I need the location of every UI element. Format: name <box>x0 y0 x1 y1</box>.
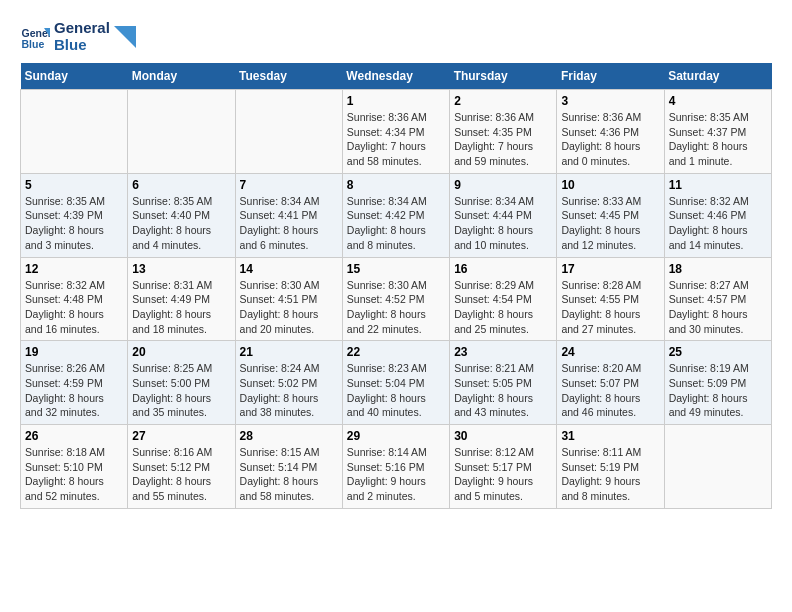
day-info: Sunrise: 8:21 AM Sunset: 5:05 PM Dayligh… <box>454 361 552 420</box>
weekday-header-sunday: Sunday <box>21 63 128 90</box>
day-number: 28 <box>240 429 338 443</box>
calendar-cell: 13Sunrise: 8:31 AM Sunset: 4:49 PM Dayli… <box>128 257 235 341</box>
day-info: Sunrise: 8:34 AM Sunset: 4:44 PM Dayligh… <box>454 194 552 253</box>
calendar-cell: 18Sunrise: 8:27 AM Sunset: 4:57 PM Dayli… <box>664 257 771 341</box>
day-number: 4 <box>669 94 767 108</box>
day-info: Sunrise: 8:15 AM Sunset: 5:14 PM Dayligh… <box>240 445 338 504</box>
day-number: 12 <box>25 262 123 276</box>
day-info: Sunrise: 8:27 AM Sunset: 4:57 PM Dayligh… <box>669 278 767 337</box>
calendar-cell: 16Sunrise: 8:29 AM Sunset: 4:54 PM Dayli… <box>450 257 557 341</box>
day-number: 16 <box>454 262 552 276</box>
day-number: 22 <box>347 345 445 359</box>
day-info: Sunrise: 8:36 AM Sunset: 4:34 PM Dayligh… <box>347 110 445 169</box>
day-info: Sunrise: 8:16 AM Sunset: 5:12 PM Dayligh… <box>132 445 230 504</box>
calendar-cell: 8Sunrise: 8:34 AM Sunset: 4:42 PM Daylig… <box>342 173 449 257</box>
calendar-cell: 29Sunrise: 8:14 AM Sunset: 5:16 PM Dayli… <box>342 425 449 509</box>
calendar-cell: 25Sunrise: 8:19 AM Sunset: 5:09 PM Dayli… <box>664 341 771 425</box>
day-info: Sunrise: 8:19 AM Sunset: 5:09 PM Dayligh… <box>669 361 767 420</box>
calendar-cell: 23Sunrise: 8:21 AM Sunset: 5:05 PM Dayli… <box>450 341 557 425</box>
day-info: Sunrise: 8:30 AM Sunset: 4:51 PM Dayligh… <box>240 278 338 337</box>
day-number: 27 <box>132 429 230 443</box>
day-number: 17 <box>561 262 659 276</box>
weekday-header-wednesday: Wednesday <box>342 63 449 90</box>
day-number: 3 <box>561 94 659 108</box>
calendar-cell: 5Sunrise: 8:35 AM Sunset: 4:39 PM Daylig… <box>21 173 128 257</box>
day-info: Sunrise: 8:36 AM Sunset: 4:35 PM Dayligh… <box>454 110 552 169</box>
calendar-cell: 14Sunrise: 8:30 AM Sunset: 4:51 PM Dayli… <box>235 257 342 341</box>
calendar-cell: 6Sunrise: 8:35 AM Sunset: 4:40 PM Daylig… <box>128 173 235 257</box>
calendar-cell: 12Sunrise: 8:32 AM Sunset: 4:48 PM Dayli… <box>21 257 128 341</box>
day-info: Sunrise: 8:32 AM Sunset: 4:48 PM Dayligh… <box>25 278 123 337</box>
day-number: 10 <box>561 178 659 192</box>
svg-text:Blue: Blue <box>22 37 45 49</box>
day-info: Sunrise: 8:23 AM Sunset: 5:04 PM Dayligh… <box>347 361 445 420</box>
calendar-cell: 28Sunrise: 8:15 AM Sunset: 5:14 PM Dayli… <box>235 425 342 509</box>
day-number: 30 <box>454 429 552 443</box>
day-info: Sunrise: 8:28 AM Sunset: 4:55 PM Dayligh… <box>561 278 659 337</box>
day-info: Sunrise: 8:33 AM Sunset: 4:45 PM Dayligh… <box>561 194 659 253</box>
calendar-cell: 30Sunrise: 8:12 AM Sunset: 5:17 PM Dayli… <box>450 425 557 509</box>
calendar-cell: 11Sunrise: 8:32 AM Sunset: 4:46 PM Dayli… <box>664 173 771 257</box>
week-row-2: 5Sunrise: 8:35 AM Sunset: 4:39 PM Daylig… <box>21 173 772 257</box>
week-row-5: 26Sunrise: 8:18 AM Sunset: 5:10 PM Dayli… <box>21 425 772 509</box>
logo: General Blue GeneralBlue <box>20 20 136 53</box>
day-info: Sunrise: 8:14 AM Sunset: 5:16 PM Dayligh… <box>347 445 445 504</box>
day-number: 20 <box>132 345 230 359</box>
day-info: Sunrise: 8:35 AM Sunset: 4:37 PM Dayligh… <box>669 110 767 169</box>
weekday-header-friday: Friday <box>557 63 664 90</box>
day-number: 8 <box>347 178 445 192</box>
day-number: 14 <box>240 262 338 276</box>
day-number: 15 <box>347 262 445 276</box>
day-info: Sunrise: 8:18 AM Sunset: 5:10 PM Dayligh… <box>25 445 123 504</box>
day-info: Sunrise: 8:26 AM Sunset: 4:59 PM Dayligh… <box>25 361 123 420</box>
calendar-cell: 27Sunrise: 8:16 AM Sunset: 5:12 PM Dayli… <box>128 425 235 509</box>
day-number: 21 <box>240 345 338 359</box>
day-info: Sunrise: 8:11 AM Sunset: 5:19 PM Dayligh… <box>561 445 659 504</box>
day-info: Sunrise: 8:34 AM Sunset: 4:41 PM Dayligh… <box>240 194 338 253</box>
calendar-cell <box>128 90 235 174</box>
calendar-cell: 2Sunrise: 8:36 AM Sunset: 4:35 PM Daylig… <box>450 90 557 174</box>
day-number: 6 <box>132 178 230 192</box>
day-info: Sunrise: 8:30 AM Sunset: 4:52 PM Dayligh… <box>347 278 445 337</box>
day-info: Sunrise: 8:25 AM Sunset: 5:00 PM Dayligh… <box>132 361 230 420</box>
weekday-header-tuesday: Tuesday <box>235 63 342 90</box>
calendar-cell: 31Sunrise: 8:11 AM Sunset: 5:19 PM Dayli… <box>557 425 664 509</box>
calendar-cell: 10Sunrise: 8:33 AM Sunset: 4:45 PM Dayli… <box>557 173 664 257</box>
day-number: 25 <box>669 345 767 359</box>
calendar-cell <box>235 90 342 174</box>
day-info: Sunrise: 8:31 AM Sunset: 4:49 PM Dayligh… <box>132 278 230 337</box>
day-info: Sunrise: 8:24 AM Sunset: 5:02 PM Dayligh… <box>240 361 338 420</box>
page-header: General Blue GeneralBlue <box>20 20 772 53</box>
weekday-header-thursday: Thursday <box>450 63 557 90</box>
calendar-cell: 26Sunrise: 8:18 AM Sunset: 5:10 PM Dayli… <box>21 425 128 509</box>
day-info: Sunrise: 8:29 AM Sunset: 4:54 PM Dayligh… <box>454 278 552 337</box>
day-number: 5 <box>25 178 123 192</box>
weekday-header-monday: Monday <box>128 63 235 90</box>
day-info: Sunrise: 8:20 AM Sunset: 5:07 PM Dayligh… <box>561 361 659 420</box>
day-number: 23 <box>454 345 552 359</box>
day-info: Sunrise: 8:34 AM Sunset: 4:42 PM Dayligh… <box>347 194 445 253</box>
day-info: Sunrise: 8:35 AM Sunset: 4:40 PM Dayligh… <box>132 194 230 253</box>
logo-triangle-icon <box>114 26 136 48</box>
logo-text: GeneralBlue <box>54 20 110 53</box>
calendar-cell: 24Sunrise: 8:20 AM Sunset: 5:07 PM Dayli… <box>557 341 664 425</box>
weekday-header-saturday: Saturday <box>664 63 771 90</box>
day-info: Sunrise: 8:32 AM Sunset: 4:46 PM Dayligh… <box>669 194 767 253</box>
day-number: 19 <box>25 345 123 359</box>
calendar-cell: 4Sunrise: 8:35 AM Sunset: 4:37 PM Daylig… <box>664 90 771 174</box>
day-number: 11 <box>669 178 767 192</box>
calendar-cell: 9Sunrise: 8:34 AM Sunset: 4:44 PM Daylig… <box>450 173 557 257</box>
day-number: 7 <box>240 178 338 192</box>
calendar-cell: 19Sunrise: 8:26 AM Sunset: 4:59 PM Dayli… <box>21 341 128 425</box>
weekday-header-row: SundayMondayTuesdayWednesdayThursdayFrid… <box>21 63 772 90</box>
calendar-cell: 1Sunrise: 8:36 AM Sunset: 4:34 PM Daylig… <box>342 90 449 174</box>
logo-icon: General Blue <box>20 22 50 52</box>
calendar-cell: 20Sunrise: 8:25 AM Sunset: 5:00 PM Dayli… <box>128 341 235 425</box>
day-number: 9 <box>454 178 552 192</box>
calendar-table: SundayMondayTuesdayWednesdayThursdayFrid… <box>20 63 772 509</box>
calendar-cell: 21Sunrise: 8:24 AM Sunset: 5:02 PM Dayli… <box>235 341 342 425</box>
week-row-3: 12Sunrise: 8:32 AM Sunset: 4:48 PM Dayli… <box>21 257 772 341</box>
calendar-cell <box>21 90 128 174</box>
day-number: 29 <box>347 429 445 443</box>
day-number: 1 <box>347 94 445 108</box>
